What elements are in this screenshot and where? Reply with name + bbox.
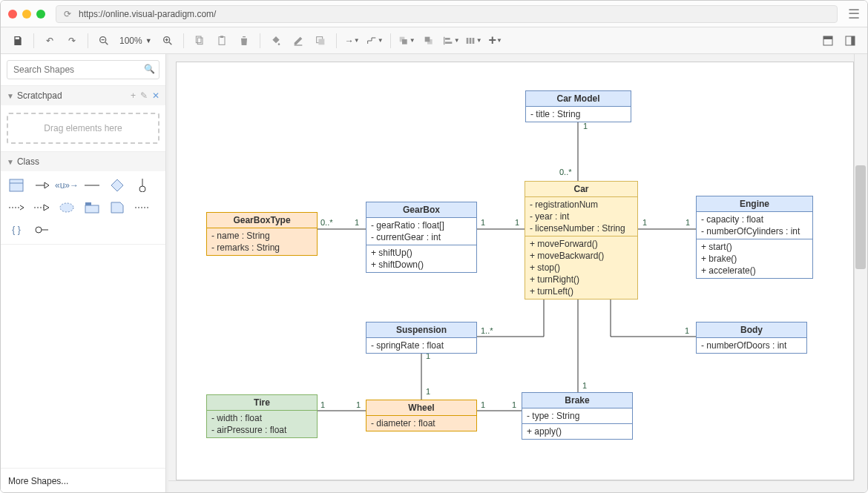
titlebar: ⟳ https://online.visual-paradigm.com/ ☰ — [1, 1, 867, 27]
mult: 1..* — [481, 326, 493, 335]
mult: 1 — [320, 400, 325, 409]
waypoint-button[interactable]: ▼ — [365, 31, 384, 50]
class-wheel[interactable]: Wheel - diameter : float — [366, 400, 477, 431]
class-suspension[interactable]: Suspension - springRate : float — [366, 322, 477, 354]
palette-realization[interactable] — [32, 199, 51, 216]
scratchpad-header[interactable]: ▼ Scratchpad + ✎ ✕ — [1, 86, 165, 105]
zoom-out-button[interactable] — [94, 31, 114, 50]
horizontal-scrollbar[interactable] — [168, 480, 854, 493]
copy-button[interactable] — [190, 31, 209, 50]
delete-button[interactable] — [234, 31, 254, 50]
add-button[interactable]: + ▼ — [486, 31, 505, 50]
svg-rect-13 — [318, 39, 324, 44]
add-icon[interactable]: + — [131, 90, 136, 101]
class-body[interactable]: Body - numberOfDoors : int — [696, 322, 807, 354]
palette-provided[interactable] — [133, 177, 152, 193]
palette-dependency[interactable] — [7, 199, 26, 216]
palette-assoc[interactable] — [82, 177, 102, 193]
align-button[interactable]: ▼ — [441, 31, 461, 50]
svg-rect-9 — [219, 36, 225, 44]
palette-required[interactable] — [32, 222, 51, 238]
shadow-button[interactable] — [311, 31, 330, 50]
class-gearbox[interactable]: GearBox - gearRatio : float[] - currentG… — [366, 202, 477, 273]
svg-point-41 — [36, 227, 42, 233]
minimize-window[interactable] — [22, 10, 31, 19]
svg-rect-28 — [10, 179, 23, 191]
close-icon[interactable]: ✕ — [152, 90, 160, 101]
more-shapes[interactable]: More Shapes... — [1, 468, 165, 493]
outline-panel-button[interactable] — [841, 31, 860, 50]
class-car[interactable]: Car - registrationNum - year : int - lic… — [525, 181, 638, 300]
canvas-area: 1 0..* 1 1 1 0..* 1 1 1 1..* 1 1 1 1 1 1… — [168, 54, 867, 493]
tofront-button[interactable]: ▼ — [397, 31, 416, 50]
url-text: https://online.visual-paradigm.com/ — [79, 9, 216, 19]
window-controls — [8, 10, 45, 19]
mult: 1 — [481, 218, 485, 227]
search-input[interactable] — [7, 60, 160, 79]
connection-button[interactable]: → ▼ — [343, 31, 362, 50]
distribute-button[interactable]: ▼ — [464, 31, 483, 50]
svg-rect-39 — [85, 205, 99, 213]
diagram-canvas[interactable]: 1 0..* 1 1 1 0..* 1 1 1 1..* 1 1 1 1 1 1… — [176, 62, 854, 480]
palette-constraint[interactable]: { } — [7, 222, 26, 238]
class-carmodel[interactable]: Car Model - title : String — [525, 90, 631, 122]
palette-note[interactable] — [108, 199, 127, 216]
mult: 1 — [685, 326, 689, 335]
zoom-level[interactable]: 100% ▼ — [116, 36, 155, 46]
menu-icon[interactable]: ☰ — [848, 6, 860, 22]
sidebar: 🔍 ▼ Scratchpad + ✎ ✕ Drag elements here … — [1, 54, 166, 493]
palette-generalization[interactable] — [32, 177, 51, 193]
redo-button[interactable]: ↷ — [62, 31, 82, 50]
mult: 1 — [685, 218, 690, 227]
paste-button[interactable] — [212, 31, 231, 50]
class-title: Class — [17, 156, 39, 167]
palette-interface[interactable] — [108, 177, 127, 193]
palette-usage[interactable]: «u»→ — [57, 177, 76, 193]
save-button[interactable] — [8, 31, 27, 50]
svg-rect-20 — [445, 42, 452, 44]
svg-rect-17 — [424, 36, 430, 42]
mult: 1 — [426, 387, 430, 396]
mult: 1 — [356, 400, 361, 409]
vertical-scrollbar[interactable] — [854, 54, 867, 480]
zoom-in-button[interactable] — [158, 31, 177, 50]
scratchpad-section: ▼ Scratchpad + ✎ ✕ Drag elements here — [1, 86, 165, 152]
scratchpad-dropzone[interactable]: Drag elements here — [7, 113, 160, 144]
palette-package[interactable] — [82, 199, 102, 216]
palette-anchor[interactable] — [133, 199, 152, 216]
scroll-thumb[interactable] — [855, 165, 866, 269]
collapse-icon: ▼ — [7, 92, 14, 100]
stroke-button[interactable] — [289, 31, 308, 50]
search-icon[interactable]: 🔍 — [144, 64, 155, 74]
class-header[interactable]: ▼ Class — [1, 152, 165, 171]
class-engine[interactable]: Engine - capacity : float - numberOfCyli… — [696, 196, 813, 279]
reload-icon[interactable]: ⟳ — [64, 9, 71, 19]
format-panel-button[interactable] — [818, 31, 838, 50]
palette-class[interactable] — [7, 177, 26, 193]
shape-palette: «u»→ { } — [1, 171, 165, 244]
collapse-icon: ▼ — [7, 158, 14, 166]
close-window[interactable] — [8, 10, 17, 19]
svg-rect-10 — [220, 36, 223, 38]
class-brake[interactable]: Brake - type : String + apply() — [522, 392, 633, 440]
palette-collab[interactable] — [57, 199, 76, 216]
shape-search: 🔍 — [1, 54, 165, 86]
class-gearboxtype[interactable]: GearBoxType - name : String - remarks : … — [206, 212, 318, 256]
main: 🔍 ▼ Scratchpad + ✎ ✕ Drag elements here … — [1, 54, 867, 493]
fill-button[interactable] — [266, 31, 286, 50]
svg-point-37 — [60, 203, 73, 212]
maximize-window[interactable] — [36, 10, 45, 19]
svg-line-4 — [169, 42, 171, 44]
svg-rect-27 — [851, 36, 855, 45]
edit-icon[interactable]: ✎ — [140, 90, 148, 101]
svg-rect-8 — [197, 38, 203, 44]
svg-rect-11 — [294, 44, 302, 45]
undo-button[interactable]: ↶ — [40, 31, 59, 50]
scratchpad-title: Scratchpad — [17, 90, 62, 101]
toback-button[interactable] — [419, 31, 438, 50]
class-tire[interactable]: Tire - width : float - airPressure : flo… — [206, 394, 318, 438]
url-bar[interactable]: ⟳ https://online.visual-paradigm.com/ — [56, 5, 838, 23]
svg-rect-23 — [472, 38, 474, 44]
toolbar: ↶ ↷ 100% ▼ → ▼ ▼ ▼ ▼ ▼ + ▼ — [1, 27, 867, 54]
mult: 0..* — [320, 218, 333, 227]
